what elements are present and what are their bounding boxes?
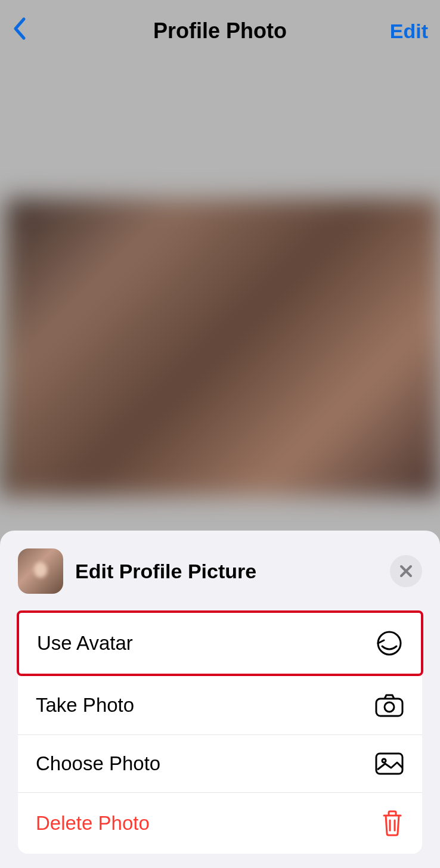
delete-photo-option[interactable]: Delete Photo xyxy=(18,793,422,854)
close-button[interactable] xyxy=(390,555,422,587)
svg-point-4 xyxy=(382,759,386,762)
svg-point-2 xyxy=(385,702,394,712)
option-label: Use Avatar xyxy=(37,632,133,655)
svg-point-0 xyxy=(378,632,401,655)
page-title: Profile Photo xyxy=(153,18,287,44)
svg-rect-1 xyxy=(376,699,402,716)
gallery-icon xyxy=(374,752,404,776)
back-button[interactable] xyxy=(12,17,26,46)
take-photo-option[interactable]: Take Photo xyxy=(18,676,422,735)
avatar-thumbnail xyxy=(18,548,63,594)
header: Profile Photo Edit xyxy=(0,0,440,62)
choose-photo-option[interactable]: Choose Photo xyxy=(18,735,422,793)
option-label: Take Photo xyxy=(36,694,134,717)
avatar-icon xyxy=(376,630,403,657)
sheet-header: Edit Profile Picture xyxy=(18,548,422,594)
camera-icon xyxy=(374,693,404,718)
edit-button[interactable]: Edit xyxy=(390,20,428,43)
use-avatar-option[interactable]: Use Avatar xyxy=(17,610,423,676)
action-sheet: Edit Profile Picture Use Avatar Take Pho… xyxy=(0,531,440,868)
sheet-title: Edit Profile Picture xyxy=(75,560,256,583)
trash-icon xyxy=(380,810,404,837)
profile-photo-preview xyxy=(0,199,440,497)
options-list: Use Avatar Take Photo Choose Photo xyxy=(18,610,422,854)
option-label: Delete Photo xyxy=(36,812,150,835)
option-label: Choose Photo xyxy=(36,752,160,775)
